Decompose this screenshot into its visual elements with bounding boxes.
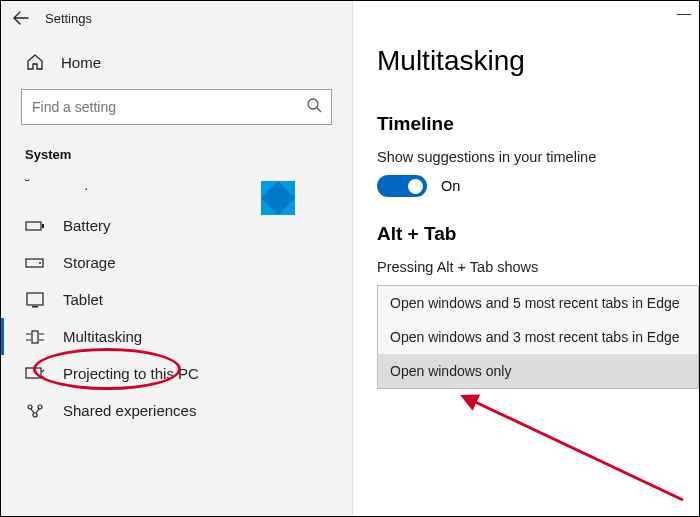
alttab-label: Pressing Alt + Tab shows [377,259,699,275]
alttab-heading: Alt + Tab [377,223,699,245]
battery-icon [25,219,45,233]
alttab-dropdown[interactable]: Open windows and 5 most recent tabs in E… [377,285,699,389]
back-arrow-icon [13,10,29,26]
search-input[interactable] [21,89,332,125]
sidebar-section-title: System [1,141,352,170]
settings-window: Settings — Home System ˘ . Batte [1,1,699,516]
sidebar-item-label: Projecting to this PC [63,365,199,382]
timeline-heading: Timeline [377,113,699,135]
svg-point-11 [33,413,37,417]
svg-rect-8 [26,368,41,378]
sidebar-item-battery[interactable]: Battery [1,207,352,244]
svg-rect-7 [32,331,38,343]
content-pane: Multitasking Timeline Show suggestions i… [353,1,699,516]
tablet-icon [25,292,45,308]
sidebar-item-label: Tablet [63,291,103,308]
storage-icon [25,256,45,270]
sidebar-item-label: Shared experiences [63,402,196,419]
timeline-label: Show suggestions in your timeline [377,149,699,165]
svg-rect-5 [27,293,43,305]
projecting-icon [25,366,45,382]
svg-point-9 [28,405,32,409]
home-icon [25,53,45,71]
sidebar-item-multitasking[interactable]: Multitasking [1,318,352,355]
search-box[interactable] [21,89,332,125]
alttab-option-selected[interactable]: Open windows only [378,354,698,388]
alttab-option[interactable]: Open windows and 5 most recent tabs in E… [378,286,698,320]
page-heading: Multitasking [377,45,699,77]
shared-experiences-icon [25,403,45,419]
search-icon [306,97,322,117]
multitasking-icon [25,329,45,345]
sidebar-home-label: Home [61,54,101,71]
sidebar-nav: Battery Storage Tablet Multitasking [1,207,352,429]
sidebar-item-storage[interactable]: Storage [1,244,352,281]
svg-rect-6 [32,306,38,308]
app-title: Settings [45,11,92,26]
svg-point-0 [308,99,318,109]
back-button[interactable] [9,6,33,30]
sidebar-item-label: Battery [63,217,111,234]
sidebar: Home System ˘ . Battery [1,1,353,516]
sidebar-item-tablet[interactable]: Tablet [1,281,352,318]
svg-rect-1 [26,222,41,230]
alttab-option[interactable]: Open windows and 3 most recent tabs in E… [378,320,698,354]
sidebar-item-projecting[interactable]: Projecting to this PC [1,355,352,392]
svg-point-10 [38,405,42,409]
sidebar-item-truncated[interactable]: ˘ . [1,170,352,207]
svg-rect-2 [42,224,44,228]
sidebar-item-label: Storage [63,254,116,271]
sidebar-home[interactable]: Home [1,45,352,79]
svg-point-4 [39,262,41,264]
sidebar-item-shared[interactable]: Shared experiences [1,392,352,429]
sidebar-item-label: Multitasking [63,328,142,345]
timeline-toggle[interactable] [377,175,427,197]
timeline-toggle-state: On [441,178,460,194]
decorative-tile [261,181,295,215]
titlebar: Settings [1,1,699,35]
